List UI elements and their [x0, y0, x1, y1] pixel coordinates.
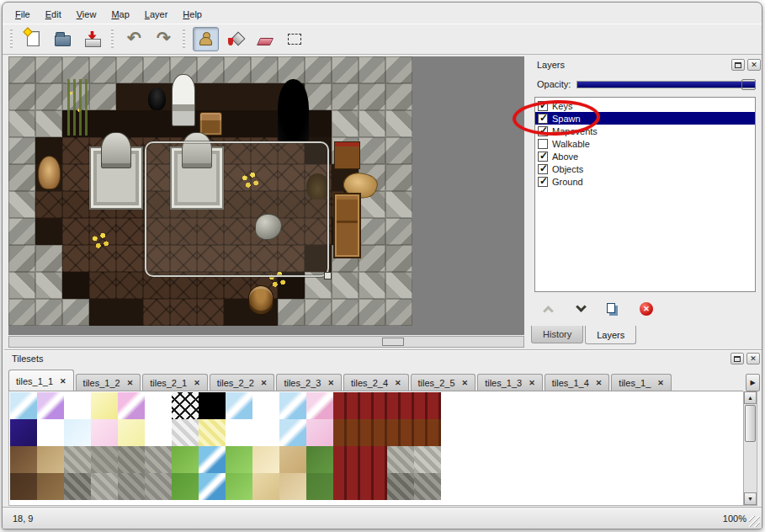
layer-visibility-checkbox[interactable]: [538, 152, 548, 162]
map-tile[interactable]: [332, 56, 359, 83]
map-horizontal-scrollbar[interactable]: [8, 336, 524, 348]
palette-tile[interactable]: [145, 392, 172, 419]
map-tile[interactable]: [35, 218, 62, 245]
palette-tile[interactable]: [91, 419, 118, 446]
map-tile[interactable]: [332, 83, 359, 110]
palette-tile[interactable]: [226, 473, 252, 500]
map-tile[interactable]: [278, 299, 305, 326]
map-tile[interactable]: [62, 272, 89, 299]
map-tile[interactable]: [385, 110, 412, 137]
map-tile[interactable]: [62, 164, 89, 191]
palette-tile[interactable]: [279, 473, 306, 500]
menu-map[interactable]: Map: [104, 7, 136, 22]
close-tab-icon[interactable]: ✕: [529, 379, 535, 387]
tileset-tab-tiles_1_4[interactable]: tiles_1_4✕: [545, 374, 610, 391]
map-tile[interactable]: [116, 272, 143, 299]
palette-tile[interactable]: [387, 473, 414, 500]
tileset-tab-tiles_2_2[interactable]: tiles_2_2✕: [210, 374, 275, 391]
map-tile[interactable]: [385, 218, 412, 245]
map-tile[interactable]: [359, 83, 385, 110]
map-tile[interactable]: [116, 245, 143, 272]
palette-tile[interactable]: [387, 392, 414, 419]
map-tile[interactable]: [116, 83, 143, 110]
palette-tile[interactable]: [387, 446, 414, 473]
map-tile[interactable]: [385, 137, 412, 164]
tileset-tab-tiles_1_[interactable]: tiles_1_✕: [611, 374, 671, 391]
select-tool-button[interactable]: [281, 27, 307, 51]
menu-edit[interactable]: Edit: [38, 7, 69, 22]
close-tab-icon[interactable]: ✕: [261, 379, 268, 387]
palette-tile[interactable]: [172, 473, 199, 500]
map-tile[interactable]: [62, 245, 89, 272]
map-tile[interactable]: [305, 299, 332, 326]
close-tab-icon[interactable]: ✕: [60, 377, 66, 386]
palette-tile[interactable]: [252, 473, 279, 500]
map-tile[interactable]: [116, 299, 143, 326]
undo-tool-button[interactable]: [121, 27, 147, 51]
map-tile[interactable]: [197, 83, 224, 110]
map-tile[interactable]: [197, 299, 224, 326]
palette-tile[interactable]: [360, 473, 387, 500]
eraser-tool-button[interactable]: [252, 27, 278, 51]
map-tile[interactable]: [224, 299, 251, 326]
palette-tile[interactable]: [279, 419, 306, 446]
tileset-tab-tiles_2_4[interactable]: tiles_2_4✕: [343, 374, 409, 391]
close-tab-icon[interactable]: ✕: [327, 379, 334, 387]
palette-tile[interactable]: [252, 446, 279, 473]
scroll-down-button[interactable]: ▼: [744, 492, 757, 505]
tileset-tab-tiles_1_3[interactable]: tiles_1_3✕: [477, 374, 543, 391]
delete-layer-button[interactable]: ✕: [636, 299, 656, 319]
map-tile[interactable]: [332, 272, 359, 299]
palette-tile[interactable]: [37, 473, 64, 500]
scroll-up-button[interactable]: ▲: [744, 391, 757, 404]
map-tile[interactable]: [251, 110, 278, 137]
palette-tile[interactable]: [91, 392, 118, 419]
selection-rectangle[interactable]: [145, 141, 329, 278]
close-tab-icon[interactable]: ✕: [395, 379, 401, 387]
layer-row-ground[interactable]: Ground: [535, 175, 755, 188]
map-tile[interactable]: [224, 83, 251, 110]
map-tile[interactable]: [385, 299, 412, 326]
close-tab-icon[interactable]: ✕: [127, 379, 134, 387]
palette-tile[interactable]: [360, 392, 387, 419]
map-tile[interactable]: [8, 56, 35, 83]
redo-tool-button[interactable]: [151, 27, 177, 51]
map-tile[interactable]: [89, 56, 116, 83]
layers-panel-close-button[interactable]: ✕: [747, 59, 761, 71]
palette-tile[interactable]: [37, 446, 64, 473]
map-tile[interactable]: [359, 110, 385, 137]
palette-tile[interactable]: [306, 392, 333, 419]
palette-tile[interactable]: [118, 392, 145, 419]
palette-tile[interactable]: [118, 446, 145, 473]
palette-tile[interactable]: [226, 392, 252, 419]
map-tile[interactable]: [116, 56, 143, 83]
map-tile[interactable]: [62, 218, 89, 245]
map-tile[interactable]: [8, 164, 35, 191]
map-tile[interactable]: [332, 110, 359, 137]
map-tile[interactable]: [62, 299, 89, 326]
window-resize-grip[interactable]: [749, 516, 760, 527]
palette-tile[interactable]: [387, 419, 414, 446]
close-tab-icon[interactable]: ✕: [596, 379, 603, 387]
layer-row-walkable[interactable]: Walkable: [535, 137, 755, 150]
palette-scrollbar-thumb[interactable]: [745, 405, 756, 442]
map-horizontal-scrollbar-thumb[interactable]: [382, 338, 404, 346]
layer-visibility-checkbox[interactable]: [538, 177, 548, 187]
move-layer-down-button[interactable]: [571, 299, 591, 319]
map-tile[interactable]: [89, 83, 116, 110]
map-tile[interactable]: [305, 56, 332, 83]
tileset-tabs-scroll-right-button[interactable]: ▶: [746, 374, 760, 391]
palette-vertical-scrollbar[interactable]: ▲ ▼: [743, 391, 757, 505]
map-tile[interactable]: [89, 272, 116, 299]
palette-tile[interactable]: [279, 392, 306, 419]
map-tile[interactable]: [35, 83, 62, 110]
palette-tile[interactable]: [64, 446, 91, 473]
layer-row-objects[interactable]: Objects: [535, 162, 755, 175]
tileset-tab-tiles_2_1[interactable]: tiles_2_1✕: [142, 374, 208, 391]
palette-tile[interactable]: [360, 419, 387, 446]
map-tile[interactable]: [143, 56, 170, 83]
map-tile[interactable]: [8, 83, 35, 110]
map-tile[interactable]: [8, 272, 35, 299]
map-tile[interactable]: [332, 299, 359, 326]
palette-tile[interactable]: [226, 419, 252, 446]
